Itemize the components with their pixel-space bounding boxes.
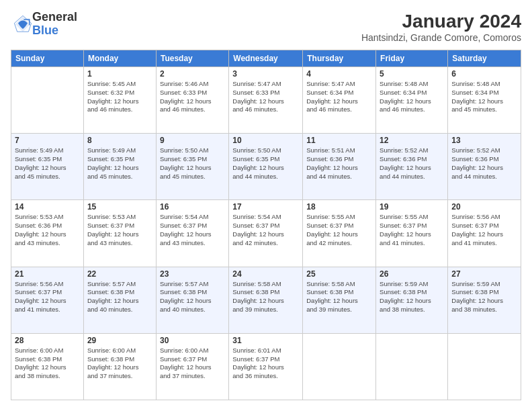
calendar-cell: 19Sunrise: 5:55 AM Sunset: 6:37 PM Dayli… (376, 200, 448, 267)
day-number: 13 (451, 136, 517, 145)
day-number: 21 (15, 269, 80, 279)
logo-general-text: General (32, 11, 77, 24)
day-info: Sunrise: 6:00 AM Sunset: 6:38 PM Dayligh… (87, 347, 152, 381)
day-info: Sunrise: 5:54 AM Sunset: 6:37 PM Dayligh… (232, 213, 299, 247)
day-info: Sunrise: 5:46 AM Sunset: 6:33 PM Dayligh… (160, 80, 225, 114)
day-info: Sunrise: 5:52 AM Sunset: 6:36 PM Dayligh… (451, 146, 517, 181)
calendar-cell: 15Sunrise: 5:53 AM Sunset: 6:37 PM Dayli… (83, 200, 156, 267)
day-info: Sunrise: 5:49 AM Sunset: 6:35 PM Dayligh… (15, 146, 80, 181)
calendar-cell: 24Sunrise: 5:58 AM Sunset: 6:38 PM Dayli… (229, 267, 303, 333)
day-number: 25 (306, 269, 372, 279)
day-info: Sunrise: 5:51 AM Sunset: 6:36 PM Dayligh… (306, 146, 372, 181)
month-title: January 2024 (361, 11, 521, 32)
calendar-cell: 10Sunrise: 5:50 AM Sunset: 6:35 PM Dayli… (229, 134, 303, 200)
calendar-cell: 18Sunrise: 5:55 AM Sunset: 6:37 PM Dayli… (303, 200, 376, 267)
calendar-cell: 31Sunrise: 6:01 AM Sunset: 6:37 PM Dayli… (229, 333, 303, 400)
day-number: 5 (380, 69, 444, 79)
header: General Blue January 2024 Hantsindzi, Gr… (11, 11, 521, 43)
calendar-cell: 16Sunrise: 5:54 AM Sunset: 6:37 PM Dayli… (156, 200, 228, 267)
page: General Blue January 2024 Hantsindzi, Gr… (0, 0, 532, 411)
day-number: 19 (380, 202, 444, 212)
day-number: 3 (232, 69, 299, 79)
day-info: Sunrise: 5:59 AM Sunset: 6:38 PM Dayligh… (451, 280, 517, 314)
calendar-cell: 1Sunrise: 5:45 AM Sunset: 6:32 PM Daylig… (83, 67, 156, 134)
day-number: 12 (380, 136, 444, 145)
day-number: 31 (232, 336, 299, 345)
day-number: 7 (15, 136, 80, 145)
col-friday: Friday (376, 50, 448, 67)
col-thursday: Thursday (303, 50, 376, 67)
calendar-cell: 30Sunrise: 6:00 AM Sunset: 6:37 PM Dayli… (156, 333, 228, 400)
day-number: 4 (306, 69, 372, 79)
calendar-cell: 23Sunrise: 5:57 AM Sunset: 6:38 PM Dayli… (156, 267, 228, 333)
calendar-table: Sunday Monday Tuesday Wednesday Thursday… (11, 50, 521, 400)
day-info: Sunrise: 5:53 AM Sunset: 6:36 PM Dayligh… (15, 213, 80, 247)
day-number: 27 (451, 269, 517, 279)
col-tuesday: Tuesday (156, 50, 228, 67)
day-info: Sunrise: 5:58 AM Sunset: 6:38 PM Dayligh… (232, 280, 299, 314)
calendar-cell: 17Sunrise: 5:54 AM Sunset: 6:37 PM Dayli… (229, 200, 303, 267)
logo: General Blue (11, 11, 77, 38)
calendar-cell: 4Sunrise: 5:47 AM Sunset: 6:34 PM Daylig… (303, 67, 376, 134)
calendar-cell: 3Sunrise: 5:47 AM Sunset: 6:33 PM Daylig… (229, 67, 303, 134)
day-info: Sunrise: 5:57 AM Sunset: 6:38 PM Dayligh… (87, 280, 152, 314)
day-number: 28 (15, 336, 80, 345)
col-saturday: Saturday (448, 50, 521, 67)
day-info: Sunrise: 5:49 AM Sunset: 6:35 PM Dayligh… (87, 146, 152, 181)
calendar-week-row: 1Sunrise: 5:45 AM Sunset: 6:32 PM Daylig… (11, 67, 521, 134)
day-info: Sunrise: 5:56 AM Sunset: 6:37 PM Dayligh… (451, 213, 517, 247)
day-info: Sunrise: 6:00 AM Sunset: 6:38 PM Dayligh… (15, 347, 80, 381)
day-info: Sunrise: 5:47 AM Sunset: 6:34 PM Dayligh… (306, 80, 372, 114)
calendar-cell: 20Sunrise: 5:56 AM Sunset: 6:37 PM Dayli… (448, 200, 521, 267)
calendar-week-row: 28Sunrise: 6:00 AM Sunset: 6:38 PM Dayli… (11, 333, 521, 400)
calendar-week-row: 14Sunrise: 5:53 AM Sunset: 6:36 PM Dayli… (11, 200, 521, 267)
day-info: Sunrise: 5:48 AM Sunset: 6:34 PM Dayligh… (451, 80, 517, 114)
day-number: 16 (160, 202, 225, 212)
calendar-week-row: 21Sunrise: 5:56 AM Sunset: 6:37 PM Dayli… (11, 267, 521, 333)
day-number: 2 (160, 69, 225, 79)
calendar-cell: 14Sunrise: 5:53 AM Sunset: 6:36 PM Dayli… (11, 200, 84, 267)
logo-text: General Blue (32, 11, 77, 38)
day-info: Sunrise: 5:50 AM Sunset: 6:35 PM Dayligh… (232, 146, 299, 181)
logo-blue-text: Blue (32, 24, 77, 38)
day-number: 23 (160, 269, 225, 279)
calendar-cell: 28Sunrise: 6:00 AM Sunset: 6:38 PM Dayli… (11, 333, 84, 400)
calendar-cell (11, 67, 84, 134)
day-number: 18 (306, 202, 372, 212)
day-number: 29 (87, 336, 152, 345)
day-number: 14 (15, 202, 80, 212)
day-info: Sunrise: 6:00 AM Sunset: 6:37 PM Dayligh… (160, 347, 225, 381)
calendar-cell: 9Sunrise: 5:50 AM Sunset: 6:35 PM Daylig… (156, 134, 228, 200)
logo-icon (13, 15, 32, 34)
location: Hantsindzi, Grande Comore, Comoros (361, 32, 521, 43)
calendar-cell: 5Sunrise: 5:48 AM Sunset: 6:34 PM Daylig… (376, 67, 448, 134)
day-number: 10 (232, 136, 299, 145)
calendar-week-row: 7Sunrise: 5:49 AM Sunset: 6:35 PM Daylig… (11, 134, 521, 200)
calendar-cell: 21Sunrise: 5:56 AM Sunset: 6:37 PM Dayli… (11, 267, 84, 333)
col-wednesday: Wednesday (229, 50, 303, 67)
day-info: Sunrise: 5:57 AM Sunset: 6:38 PM Dayligh… (160, 280, 225, 314)
calendar-cell (376, 333, 448, 400)
calendar-cell: 22Sunrise: 5:57 AM Sunset: 6:38 PM Dayli… (83, 267, 156, 333)
day-info: Sunrise: 5:55 AM Sunset: 6:37 PM Dayligh… (306, 213, 372, 247)
day-number: 8 (87, 136, 152, 145)
day-info: Sunrise: 5:58 AM Sunset: 6:38 PM Dayligh… (306, 280, 372, 314)
day-number: 24 (232, 269, 299, 279)
calendar-cell: 6Sunrise: 5:48 AM Sunset: 6:34 PM Daylig… (448, 67, 521, 134)
calendar-cell: 7Sunrise: 5:49 AM Sunset: 6:35 PM Daylig… (11, 134, 84, 200)
title-block: January 2024 Hantsindzi, Grande Comore, … (361, 11, 521, 43)
day-info: Sunrise: 5:53 AM Sunset: 6:37 PM Dayligh… (87, 213, 152, 247)
day-info: Sunrise: 5:56 AM Sunset: 6:37 PM Dayligh… (15, 280, 80, 314)
calendar-cell: 13Sunrise: 5:52 AM Sunset: 6:36 PM Dayli… (448, 134, 521, 200)
day-info: Sunrise: 5:45 AM Sunset: 6:32 PM Dayligh… (87, 80, 152, 114)
day-info: Sunrise: 5:54 AM Sunset: 6:37 PM Dayligh… (160, 213, 225, 247)
day-number: 26 (380, 269, 444, 279)
day-number: 6 (451, 69, 517, 79)
day-number: 15 (87, 202, 152, 212)
day-info: Sunrise: 5:48 AM Sunset: 6:34 PM Dayligh… (380, 80, 444, 114)
calendar-cell: 2Sunrise: 5:46 AM Sunset: 6:33 PM Daylig… (156, 67, 228, 134)
day-number: 11 (306, 136, 372, 145)
calendar-cell: 8Sunrise: 5:49 AM Sunset: 6:35 PM Daylig… (83, 134, 156, 200)
day-info: Sunrise: 5:55 AM Sunset: 6:37 PM Dayligh… (380, 213, 444, 247)
day-number: 30 (160, 336, 225, 345)
